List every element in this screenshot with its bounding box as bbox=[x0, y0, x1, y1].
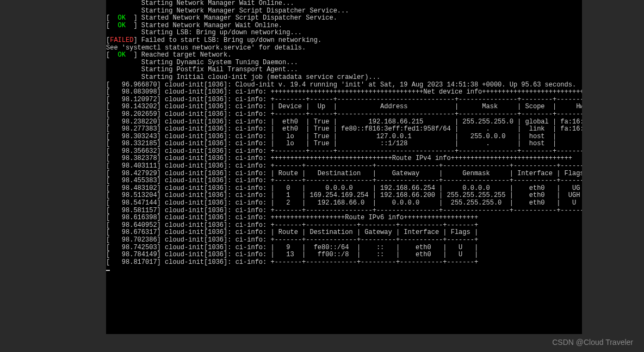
boot-line: [ 96.966870] cloud-init[1036]: Cloud-ini… bbox=[106, 81, 576, 89]
boot-line: [FAILED] Failed to start LSB: Bring up/d… bbox=[106, 36, 321, 44]
boot-line: [ 98.581157] cloud-init[1036]: ci-info: … bbox=[106, 207, 582, 214]
boot-line: [ 98.202659] cloud-init[1036]: ci-info: … bbox=[106, 110, 582, 118]
boot-line: [ 98.143202] cloud-init[1036]: ci-info: … bbox=[106, 103, 582, 110]
boot-line: [ 98.616398] cloud-init[1036]: ci-info: … bbox=[106, 214, 478, 221]
boot-line: [ 98.382378] cloud-init[1036]: ci-info: … bbox=[106, 155, 572, 162]
boot-line: [ 98.702386] cloud-init[1036]: ci-info: … bbox=[106, 236, 478, 244]
boot-line: [ 98.238220] cloud-init[1036]: ci-info: … bbox=[106, 118, 582, 126]
boot-line: See 'systemctl status network.service' f… bbox=[106, 44, 306, 52]
boot-line: [ 98.356632] cloud-init[1036]: ci-info: … bbox=[106, 147, 582, 155]
boot-line: [ 98.640952] cloud-init[1036]: ci-info: … bbox=[106, 221, 478, 229]
boot-line: Starting Network Manager Script Dispatch… bbox=[106, 7, 349, 15]
boot-line: Starting Network Manager Wait Online... bbox=[106, 0, 294, 7]
ok-tag: OK bbox=[118, 22, 126, 29]
boot-line: [ OK ] Reached target Network. bbox=[106, 51, 231, 59]
boot-line: [ OK ] Started Network Manager Wait Onli… bbox=[106, 22, 282, 29]
boot-line: [ 98.403111] cloud-init[1036]: ci-info: … bbox=[106, 162, 582, 170]
ok-tag: OK bbox=[118, 51, 126, 59]
boot-line: [ 98.427929] cloud-init[1036]: ci-info: … bbox=[106, 170, 582, 177]
boot-line: [ 98.784149] cloud-init[1036]: ci-info: … bbox=[106, 251, 478, 258]
boot-line: [ 98.676317] cloud-init[1036]: ci-info: … bbox=[106, 229, 478, 236]
boot-line: [ 98.455383] cloud-init[1036]: ci-info: … bbox=[106, 177, 582, 184]
boot-line: [ 98.483102] cloud-init[1036]: ci-info: … bbox=[106, 184, 582, 192]
boot-line: [ 98.547144] cloud-init[1036]: ci-info: … bbox=[106, 199, 582, 207]
boot-line: Starting Postfix Mail Transport Agent... bbox=[106, 66, 298, 73]
watermark-text: CSDN @Cloud Traveler bbox=[552, 338, 633, 347]
failed-tag: FAILED bbox=[110, 36, 133, 44]
boot-line: [ 98.513204] cloud-init[1036]: ci-info: … bbox=[106, 192, 582, 199]
ok-tag: OK bbox=[118, 14, 126, 22]
cursor bbox=[106, 270, 110, 271]
boot-line: [ 98.083098] cloud-init[1036]: ci-info: … bbox=[106, 88, 582, 96]
boot-line: [ 98.332185] cloud-init[1036]: ci-info: … bbox=[106, 140, 582, 147]
boot-line: Starting Initial cloud-init job (metadat… bbox=[106, 73, 380, 81]
boot-line: [ 98.277383] cloud-init[1036]: ci-info: … bbox=[106, 125, 582, 133]
terminal-output: Starting Network Manager Wait Online... … bbox=[106, 0, 582, 334]
boot-line: [ 98.817017] cloud-init[1036]: ci-info: … bbox=[106, 258, 478, 266]
boot-line: [ 98.303243] cloud-init[1036]: ci-info: … bbox=[106, 133, 582, 140]
boot-line: [ 98.742503] cloud-init[1036]: ci-info: … bbox=[106, 244, 478, 251]
boot-line: [ 98.120972] cloud-init[1036]: ci-info: … bbox=[106, 96, 582, 103]
boot-line: [ OK ] Started Network Manager Script Di… bbox=[106, 14, 337, 22]
boot-line: Starting Dynamic System Tuning Daemon... bbox=[106, 59, 298, 66]
boot-line: Starting LSB: Bring up/down networking..… bbox=[106, 29, 302, 36]
